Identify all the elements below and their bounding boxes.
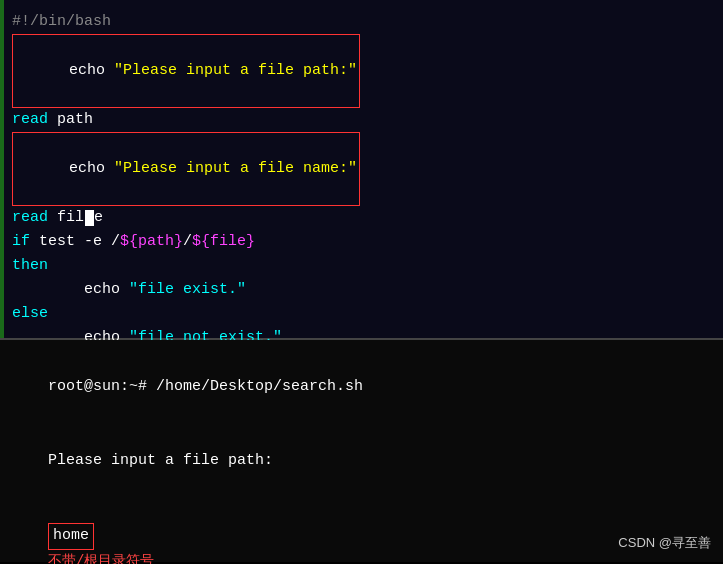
code-line-then: then: [12, 254, 711, 278]
terminal-cmd-line: root@sun:~# /home/Desktop/search.sh: [12, 350, 711, 424]
terminal-input1-line: home 不带/根目录符号: [12, 499, 711, 565]
terminal-output-panel: root@sun:~# /home/Desktop/search.sh Plea…: [0, 340, 723, 562]
annotation-text: 不带/根目录符号: [48, 553, 154, 564]
code-line-echo1: echo "Please input a file path:": [12, 34, 711, 108]
code-line-shebang: #!/bin/bash: [12, 10, 711, 34]
code-line-read2: read file: [12, 206, 711, 230]
code-line-if: if test -e /${path}/${file}: [12, 230, 711, 254]
terminal-prompt1: Please input a file path:: [12, 424, 711, 498]
code-line-read1: read path: [12, 108, 711, 132]
code-editor-panel: #!/bin/bash echo "Please input a file pa…: [0, 0, 723, 340]
left-accent-bar: [0, 0, 4, 338]
home-input-box: home: [48, 523, 94, 550]
cursor: [85, 210, 94, 226]
code-line-echo2: echo "Please input a file name:": [12, 132, 711, 206]
code-line-else: else: [12, 302, 711, 326]
csdn-watermark: CSDN @寻至善: [618, 534, 711, 552]
code-line-echo3: echo "file exist.": [12, 278, 711, 302]
